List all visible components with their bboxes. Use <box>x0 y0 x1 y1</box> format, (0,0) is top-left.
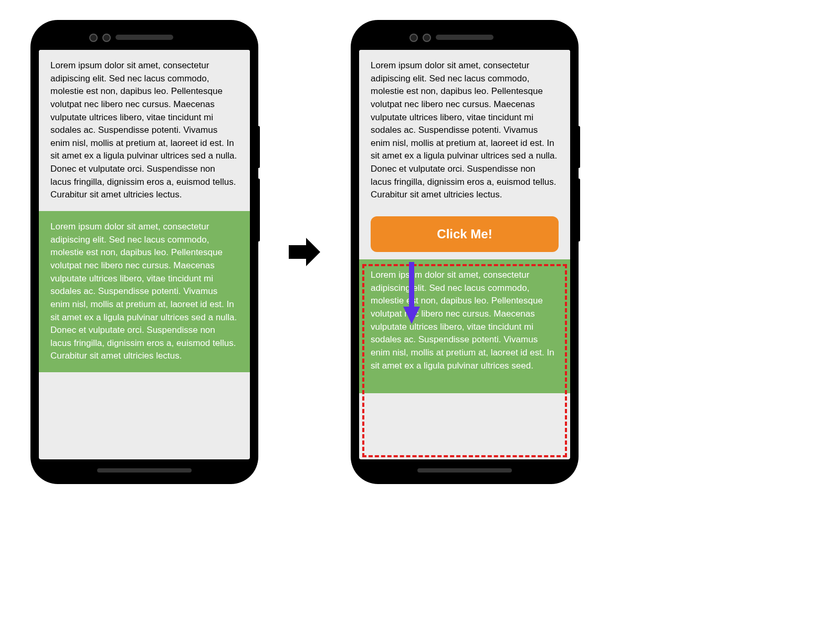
side-button-icon <box>257 178 260 242</box>
home-bar-icon <box>97 468 192 472</box>
diagram-stage: Lorem ipsum dolor sit amet, consectetur … <box>32 21 808 483</box>
paragraph-bottom: Lorem ipsum dolor sit amet, consectetur … <box>39 211 250 372</box>
side-button-icon <box>257 126 260 168</box>
camera-icon <box>423 34 431 42</box>
phone-before: Lorem ipsum dolor sit amet, consectetur … <box>32 21 257 483</box>
screen-after: Lorem ipsum dolor sit amet, consectetur … <box>359 50 570 459</box>
svg-marker-0 <box>289 238 320 266</box>
transition-arrow-icon <box>284 231 326 273</box>
paragraph-top: Lorem ipsum dolor sit amet, consectetur … <box>39 50 250 211</box>
click-me-button[interactable]: Click Me! <box>371 216 559 252</box>
side-button-icon <box>578 126 580 168</box>
paragraph-top: Lorem ipsum dolor sit amet, consectetur … <box>359 50 570 211</box>
paragraph-bottom: Lorem ipsum dolor sit amet, consectetur … <box>359 259 570 393</box>
camera-icon <box>102 34 111 42</box>
camera-icon <box>410 34 418 42</box>
side-button-icon <box>578 178 580 242</box>
screen-before: Lorem ipsum dolor sit amet, consectetur … <box>39 50 250 459</box>
camera-icon <box>89 34 98 42</box>
phone-after: Lorem ipsum dolor sit amet, consectetur … <box>352 21 578 483</box>
home-bar-icon <box>417 468 512 472</box>
